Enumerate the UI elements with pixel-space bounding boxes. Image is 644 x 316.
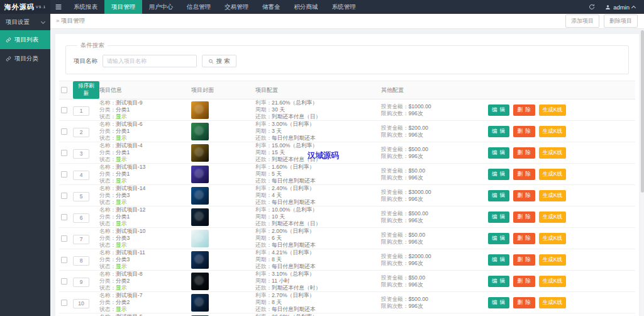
delete-button[interactable]: 删 除: [513, 233, 535, 244]
topbar: 海外源码 V9.1 系统报表项目管理用户中心信息管理交易管理储蓄金积分商城系统管…: [0, 0, 644, 14]
generate-kline-button[interactable]: 生成K线: [539, 212, 566, 223]
nav-item-用户中心[interactable]: 用户中心: [142, 0, 180, 14]
sidebar-item-项目分类[interactable]: 项目分类: [0, 49, 50, 68]
generate-kline-button[interactable]: 生成K线: [539, 147, 566, 159]
user-menu[interactable]: admin: [605, 4, 635, 11]
project-status: 显示: [116, 135, 126, 141]
table-row: 名称：测试项目-11 分类：分类3 状态：显示 利率：4.21%（日利率） 周期…: [59, 249, 635, 271]
add-project-button[interactable]: 添加项目: [565, 14, 599, 28]
nav-item-系统管理[interactable]: 系统管理: [325, 0, 363, 14]
row-sort-input[interactable]: [73, 278, 89, 287]
row-checkbox[interactable]: [61, 150, 67, 156]
delete-button[interactable]: 删 除: [513, 276, 535, 287]
nav-item-积分商城[interactable]: 积分商城: [287, 0, 325, 14]
row-checkbox[interactable]: [61, 235, 67, 242]
sidebar-group-project-settings[interactable]: 项目设置: [0, 14, 50, 30]
delete-button[interactable]: 删 除: [513, 254, 535, 266]
project-cover-image: [191, 123, 209, 140]
row-checkbox[interactable]: [61, 193, 67, 199]
projects-table: 排序刷新 项目信息 项目封面 项目配置 其他配置 名称：测试项目-9 分类：分类…: [55, 81, 639, 316]
project-name: 测试项目-11: [116, 249, 145, 256]
edit-button[interactable]: 编 辑: [488, 169, 509, 180]
row-checkbox[interactable]: [61, 128, 67, 135]
scrollbar[interactable]: [641, 29, 644, 316]
table-row: 名称：测试项目-5 分类：分类1 状态：显示 利率：26.60%（总利率） 周期…: [59, 313, 635, 316]
delete-project-button[interactable]: 删除项目: [604, 14, 638, 28]
edit-button[interactable]: 编 辑: [488, 276, 509, 287]
scrollbar-thumb[interactable]: [641, 30, 644, 193]
row-checkbox[interactable]: [61, 171, 67, 178]
row-checkbox[interactable]: [61, 107, 67, 113]
generate-kline-button[interactable]: 生成K线: [539, 104, 566, 116]
edit-button[interactable]: 编 辑: [488, 254, 509, 266]
edit-button[interactable]: 编 辑: [488, 190, 509, 201]
delete-button[interactable]: 删 除: [513, 104, 535, 116]
generate-kline-button[interactable]: 生成K线: [539, 254, 566, 266]
generate-kline-button[interactable]: 生成K线: [539, 126, 566, 137]
project-repay: 每日付息到期还本: [272, 135, 316, 141]
edit-button[interactable]: 编 辑: [488, 297, 509, 308]
generate-kline-button[interactable]: 生成K线: [539, 190, 566, 201]
row-sort-input[interactable]: [73, 192, 89, 201]
project-limit: 996次: [408, 260, 423, 266]
search-button[interactable]: 搜 索: [202, 55, 236, 67]
project-cycle: 8 天: [272, 299, 282, 305]
table-row: 名称：测试项目-6 分类：分类1 状态：显示 利率：3.00%（日利率） 周期：…: [59, 121, 635, 142]
delete-button[interactable]: 删 除: [513, 190, 535, 201]
delete-button[interactable]: 删 除: [513, 212, 535, 223]
generate-kline-button[interactable]: 生成K线: [539, 297, 566, 308]
delete-button[interactable]: 删 除: [513, 169, 535, 180]
header-project-info: 项目信息: [99, 86, 191, 94]
project-amount: $50.00: [408, 167, 425, 174]
project-amount: $500.00: [408, 210, 428, 217]
chevron-up-icon: [631, 5, 636, 9]
select-all-checkbox[interactable]: [61, 87, 67, 93]
sidebar: 项目设置 项目列表项目分类: [0, 14, 50, 316]
project-status: 显示: [116, 199, 126, 205]
edit-button[interactable]: 编 辑: [488, 233, 509, 244]
delete-button[interactable]: 删 除: [513, 297, 535, 308]
project-name: 测试项目-4: [116, 142, 142, 149]
edit-button[interactable]: 编 辑: [488, 212, 509, 223]
row-sort-input[interactable]: [73, 299, 89, 308]
row-checkbox[interactable]: [61, 300, 67, 306]
row-sort-input[interactable]: [73, 213, 89, 223]
project-cover-image: [191, 166, 209, 183]
row-checkbox[interactable]: [61, 278, 67, 285]
row-sort-input[interactable]: [73, 235, 89, 244]
project-rate: 2.70%（日利率）: [272, 292, 314, 298]
delete-button[interactable]: 删 除: [513, 147, 535, 159]
nav-item-交易管理[interactable]: 交易管理: [218, 0, 255, 14]
row-sort-input[interactable]: [73, 128, 89, 137]
project-status: 显示: [116, 178, 126, 184]
edit-button[interactable]: 编 辑: [488, 147, 509, 159]
nav-item-储蓄金[interactable]: 储蓄金: [255, 0, 287, 14]
project-limit: 996次: [408, 153, 423, 159]
nav-item-系统报表[interactable]: 系统报表: [67, 0, 104, 14]
project-name-input[interactable]: [103, 55, 197, 67]
project-cycle: 6 天: [272, 235, 282, 241]
edit-button[interactable]: 编 辑: [488, 126, 509, 137]
row-sort-input[interactable]: [73, 149, 89, 159]
generate-kline-button[interactable]: 生成K线: [539, 276, 566, 287]
row-sort-input[interactable]: [73, 256, 89, 266]
edit-button[interactable]: 编 辑: [488, 104, 509, 116]
refresh-icon[interactable]: [589, 4, 595, 10]
row-sort-input[interactable]: [73, 171, 89, 180]
row-checkbox[interactable]: [61, 257, 67, 263]
nav-item-信息管理[interactable]: 信息管理: [180, 0, 218, 14]
project-cycle: 30 天: [272, 106, 285, 113]
generate-kline-button[interactable]: 生成K线: [539, 233, 566, 244]
generate-kline-button[interactable]: 生成K线: [539, 169, 566, 180]
delete-button[interactable]: 删 除: [513, 126, 535, 137]
row-sort-input[interactable]: [73, 106, 89, 116]
nav-item-项目管理[interactable]: 项目管理: [104, 0, 142, 14]
row-checkbox[interactable]: [61, 214, 67, 220]
project-repay: 到期还本付息（日）: [272, 113, 321, 120]
sidebar-item-项目列表[interactable]: 项目列表: [0, 30, 50, 49]
menu-toggle-icon[interactable]: [50, 0, 67, 14]
link-icon: [6, 37, 11, 43]
sort-refresh-button[interactable]: 排序刷新: [73, 81, 99, 99]
project-cycle: 3 天: [272, 128, 282, 134]
project-amount: $200.00: [408, 125, 428, 131]
